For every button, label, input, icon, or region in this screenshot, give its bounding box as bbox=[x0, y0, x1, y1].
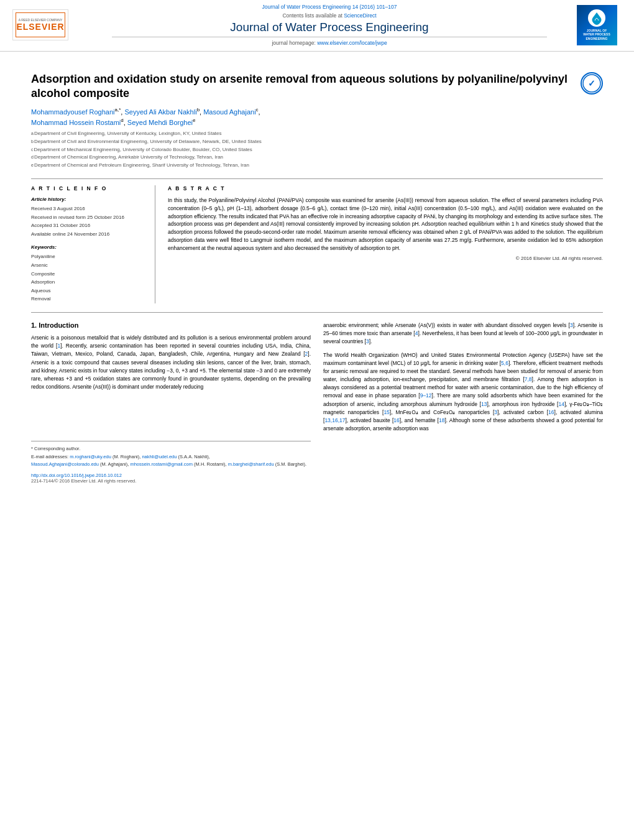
author-rostami[interactable]: Mohammad Hossein Rostami bbox=[31, 119, 121, 126]
ref-4[interactable]: 4 bbox=[415, 330, 418, 336]
journal-cite-line: Journal of Water Process Engineering 14 … bbox=[87, 4, 572, 10]
email-footnote: E-mail addresses: m.roghani@uky.edu (M. … bbox=[31, 453, 311, 468]
body-col-left: 1. Introduction Arsenic is a poisonous m… bbox=[31, 321, 311, 484]
ref-13-16-17[interactable]: 13,16,17 bbox=[324, 417, 345, 423]
author-aghajani[interactable]: Masoud Aghajani bbox=[203, 108, 255, 115]
history-revised: Received in revised form 25 October 2016 bbox=[31, 213, 145, 222]
keyword-composite: Composite bbox=[31, 270, 145, 279]
article-info-col: A R T I C L E I N F O Article history: R… bbox=[31, 185, 155, 303]
authors-line: Mohammadyousef Roghania,*, Seyyed Ali Ak… bbox=[31, 106, 603, 127]
issn-line: 2214-7144/© 2016 Elsevier Ltd. All right… bbox=[31, 478, 311, 484]
email-borghei[interactable]: m.barghei@sharif.edu bbox=[228, 461, 274, 467]
body-divider bbox=[31, 312, 603, 313]
keywords-list: Polyaniline Arsenic Composite Adsorption… bbox=[31, 252, 145, 303]
history-received: Received 3 August 2016 bbox=[31, 205, 145, 213]
homepage-url[interactable]: www.elsevier.com/locate/jwpe bbox=[317, 40, 387, 46]
history-online: Available online 24 November 2016 bbox=[31, 230, 145, 239]
affil-e: eDepartment of Chemical and Petroleum En… bbox=[31, 162, 603, 170]
doi-line[interactable]: http://dx.doi.org/10.1016/j.jwpe.2016.10… bbox=[31, 473, 311, 478]
journal-logo-text: JOURNAL OF WATER PROCESS ENGINEERING bbox=[583, 29, 610, 41]
intro-para-1: Arsenic is a poisonous metalloid that is… bbox=[31, 334, 311, 391]
keyword-polyaniline: Polyaniline bbox=[31, 252, 145, 261]
abstract-text: In this study, the Polyaniline/Polyvinyl… bbox=[168, 196, 603, 252]
ref-9-12[interactable]: 9–12 bbox=[420, 392, 432, 399]
ref-15[interactable]: 15 bbox=[384, 409, 389, 415]
affiliations: aDepartment of Civil Engineering, Univer… bbox=[31, 130, 603, 170]
top-banner: A REED ELSEVIER COMPANY ELSEVIER Journal… bbox=[0, 0, 634, 52]
page-wrapper: A REED ELSEVIER COMPANY ELSEVIER Journal… bbox=[0, 0, 634, 840]
ref-56[interactable]: 5,6 bbox=[501, 360, 508, 366]
journal-logo-right: JOURNAL OF WATER PROCESS ENGINEERING bbox=[572, 5, 622, 45]
affil-a: aDepartment of Civil Engineering, Univer… bbox=[31, 130, 603, 138]
email-roghani[interactable]: m.roghani@uky.edu bbox=[70, 454, 111, 459]
article-title-section: Adsorption and oxidation study on arseni… bbox=[31, 72, 603, 101]
corresponding-author-note: * Corresponding author. bbox=[31, 445, 311, 452]
intro-para-2: anaerobic environment; while Arsenate (A… bbox=[323, 321, 603, 346]
intro-para-3: The World Health Organization (WHO) and … bbox=[323, 351, 603, 433]
author-borghei[interactable]: Seyed Mehdi Borghei bbox=[127, 119, 193, 126]
keyword-arsenic: Arsenic bbox=[31, 261, 145, 270]
email-nakhli[interactable]: nakhli@udel.edu bbox=[142, 454, 177, 459]
history-accepted: Accepted 31 October 2016 bbox=[31, 221, 145, 230]
water-drop-icon bbox=[590, 11, 604, 25]
ref-14[interactable]: 14 bbox=[558, 401, 564, 407]
abstract-label: A B S T R A C T bbox=[168, 185, 603, 192]
author-roghani[interactable]: Mohammadyousef Roghani bbox=[31, 108, 115, 115]
ref-3b[interactable]: 3 bbox=[366, 338, 369, 344]
body-two-col: 1. Introduction Arsenic is a poisonous m… bbox=[31, 321, 603, 484]
abstract-col: A B S T R A C T In this study, the Polya… bbox=[168, 185, 603, 303]
keyword-removal: Removal bbox=[31, 295, 145, 303]
article-history-label: Article history: bbox=[31, 196, 145, 202]
email-rostami[interactable]: mhossein.rostami@gmail.com bbox=[130, 461, 193, 467]
article-info-abstract-section: A R T I C L E I N F O Article history: R… bbox=[31, 178, 603, 303]
keyword-aqueous: Aqueous bbox=[31, 287, 145, 295]
body-col-right: anaerobic environment; while Arsenate (A… bbox=[323, 321, 603, 484]
abstract-copyright: © 2016 Elsevier Ltd. All rights reserved… bbox=[168, 256, 603, 261]
ref-78[interactable]: 7,8 bbox=[525, 376, 532, 382]
ref-2[interactable]: 2 bbox=[305, 351, 308, 357]
ref-16a[interactable]: 16 bbox=[548, 409, 554, 415]
footnotes-section: * Corresponding author. E-mail addresses… bbox=[31, 441, 311, 484]
intro-heading: 1. Introduction bbox=[31, 321, 311, 329]
elsevier-logo-section: A REED ELSEVIER COMPANY ELSEVIER bbox=[12, 9, 87, 40]
ref-16b[interactable]: 16 bbox=[393, 417, 399, 423]
ref-3a[interactable]: 3 bbox=[570, 322, 573, 328]
elsevier-logo: A REED ELSEVIER COMPANY ELSEVIER bbox=[12, 9, 68, 40]
main-content: Adsorption and oxidation study on arseni… bbox=[0, 52, 634, 493]
sciencedirect-link[interactable]: ScienceDirect bbox=[344, 12, 376, 19]
affil-c: cDepartment of Mechanical Engineering, U… bbox=[31, 146, 603, 154]
elsevier-name: ELSEVIER bbox=[16, 22, 64, 32]
article-history-entries: Received 3 August 2016 Received in revis… bbox=[31, 205, 145, 238]
ref-18[interactable]: 18 bbox=[439, 417, 444, 423]
article-info-label: A R T I C L E I N F O bbox=[31, 185, 145, 192]
author-nakhli[interactable]: Seyyed Ali Akbar Nakhli bbox=[124, 108, 196, 115]
journal-header-center: Journal of Water Process Engineering 14 … bbox=[87, 4, 572, 46]
homepage-line: journal homepage: www.elsevier.com/locat… bbox=[87, 40, 572, 46]
affil-b: bDepartment of Civil and Environmental E… bbox=[31, 138, 603, 146]
ref-13a[interactable]: 13 bbox=[481, 401, 487, 407]
keyword-adsorption: Adsorption bbox=[31, 278, 145, 287]
svg-text:✓: ✓ bbox=[588, 78, 595, 88]
journal-title: Journal of Water Process Engineering bbox=[87, 21, 572, 34]
affil-d: dDepartment of Chemical Engineering, Ami… bbox=[31, 154, 603, 162]
crossmark-logo: ✓ bbox=[581, 72, 603, 95]
keywords-label: Keywords: bbox=[31, 244, 145, 250]
article-title: Adsorption and oxidation study on arseni… bbox=[31, 72, 581, 101]
journal-logo-box: JOURNAL OF WATER PROCESS ENGINEERING bbox=[577, 5, 617, 45]
ref-1[interactable]: 1 bbox=[57, 343, 60, 349]
email-aghajani[interactable]: Masoud.Aghajani@colorado.edu bbox=[31, 461, 99, 467]
contents-line: Contents lists available at ScienceDirec… bbox=[87, 12, 572, 19]
ref-3c[interactable]: 3 bbox=[494, 409, 497, 415]
